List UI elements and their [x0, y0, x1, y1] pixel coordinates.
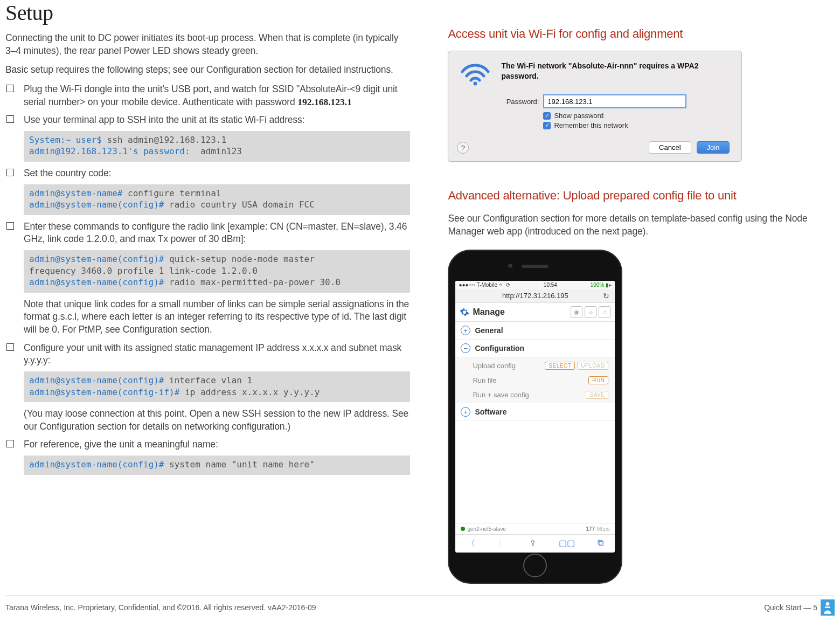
select-button[interactable]: SELECT	[545, 362, 575, 370]
section-advanced-upload: Advanced alternative: Upload prepared co…	[448, 189, 829, 203]
home-icon[interactable]: ⌂	[599, 306, 610, 318]
time-label: 10:54	[544, 282, 557, 288]
code-interface: admin@system-name(config)# interface vla…	[24, 371, 410, 402]
code-country: admin@system-name# configure terminal ad…	[24, 184, 410, 215]
step-4-text: Enter these commands to configure the ra…	[24, 220, 410, 246]
remember-network-checkbox[interactable]: ✓	[543, 122, 551, 129]
url-text: http://172.31.216.195	[502, 292, 568, 300]
wifi-dialog-message: The Wi-Fi network "Absolute-Air-nnn" req…	[501, 61, 730, 81]
expand-icon: +	[461, 407, 470, 417]
phone-status-bar: ●●●○○ T-Mobile ᯤ ⟳ 10:54 100% ▮▸	[455, 281, 615, 289]
step-2-text: Use your terminal app to SSH into the un…	[24, 114, 410, 127]
run-save-row: Run + save config SAVE	[455, 388, 615, 402]
battery-icon: ▮▸	[606, 282, 612, 288]
person-icon	[821, 599, 835, 616]
signal-strength-icon[interactable]: ⟐	[585, 306, 596, 318]
password-label: Password:	[501, 98, 543, 106]
show-password-checkbox[interactable]: ✓	[543, 112, 551, 120]
footer-copyright: Tarana Wireless, Inc. Proprietary, Confi…	[5, 603, 316, 612]
step-5-note: (You may loose connection at this point.…	[24, 408, 410, 433]
collapse-icon: −	[461, 343, 470, 353]
tabs-icon[interactable]: ⧉	[598, 538, 603, 549]
svg-point-1	[826, 602, 830, 606]
bookmarks-icon[interactable]: ▢▢	[559, 538, 575, 549]
section-wifi-access: Access unit via Wi-Fi for config and ali…	[448, 27, 829, 41]
carrier-label: T-Mobile	[477, 282, 497, 288]
throughput-value: 177	[586, 526, 595, 532]
section-configuration[interactable]: − Configuration	[455, 340, 615, 357]
manage-title: Manage	[473, 307, 505, 317]
save-button[interactable]: SAVE	[586, 391, 608, 399]
code-systemname: admin@system-name(config)# system name "…	[24, 456, 410, 475]
throughput-unit: Mbps	[595, 526, 609, 532]
forward-icon[interactable]: 〉	[498, 538, 506, 549]
advanced-paragraph: See our Configuration section for more d…	[448, 212, 829, 238]
wifi-icon	[460, 61, 490, 87]
share-icon[interactable]: ⇪	[529, 538, 536, 549]
signal-icon: ●●●○○	[459, 282, 475, 288]
node-status-footer: gen2-net5-slave 177 Mbps	[455, 523, 615, 534]
expand-icon: +	[461, 326, 470, 335]
upload-config-row: Upload config SELECT UPLOAD	[455, 358, 615, 373]
wifi-join-dialog: The Wi-Fi network "Absolute-Air-nnn" req…	[448, 51, 742, 162]
upload-button[interactable]: UPLOAD	[577, 362, 608, 370]
intro-paragraph-2: Basic setup requires the following steps…	[5, 64, 410, 77]
step-4-note: Note that unique link codes for a small …	[24, 298, 410, 336]
step-1-text: Plug the Wi-Fi dongle into the unit's US…	[24, 83, 410, 108]
status-dot-icon	[461, 527, 465, 531]
gear-icon	[460, 307, 469, 317]
code-quicksetup: admin@system-name(config)# quick-setup n…	[24, 250, 410, 293]
back-icon[interactable]: 〈	[467, 538, 475, 549]
svg-point-0	[474, 82, 477, 86]
wifi-status-icon: ᯤ	[499, 282, 504, 288]
battery-label: 100%	[591, 282, 605, 288]
browser-url-bar[interactable]: http://172.31.216.195 ↻	[455, 289, 615, 303]
remember-network-label: Remember this network	[554, 121, 628, 129]
step-6-text: For reference, give the unit a meaningfu…	[24, 438, 410, 451]
run-file-row: Run file RUN	[455, 373, 615, 388]
browser-toolbar: 〈 〉 ⇪ ▢▢ ⧉	[455, 534, 615, 553]
reload-icon[interactable]: ↻	[603, 292, 609, 300]
code-ssh: System:~ user$ ssh admin@192.168.123.1 a…	[24, 131, 410, 162]
cancel-button[interactable]: Cancel	[649, 141, 691, 154]
section-software[interactable]: + Software	[455, 403, 615, 421]
footer-page-label: Quick Start — 5	[764, 603, 817, 612]
show-password-label: Show password	[554, 112, 603, 120]
loading-icon: ⟳	[506, 282, 510, 288]
page-title: Setup	[5, 0, 410, 25]
password-input[interactable]	[543, 94, 686, 108]
intro-paragraph-1: Connecting the unit to DC power initiate…	[5, 32, 410, 57]
default-ip: 192.168.123.1	[297, 96, 352, 107]
step-3-text: Set the country code:	[24, 167, 410, 180]
phone-mockup: ●●●○○ T-Mobile ᯤ ⟳ 10:54 100% ▮▸ http://…	[448, 250, 622, 584]
run-button[interactable]: RUN	[588, 376, 608, 384]
node-name: gen2-net5-slave	[467, 526, 506, 532]
step-5-text: Configure your unit with its assigned st…	[24, 342, 410, 367]
join-button[interactable]: Join	[697, 141, 730, 154]
svg-rect-2	[825, 607, 830, 609]
rss-icon[interactable]: ◉	[571, 306, 582, 318]
home-button[interactable]	[523, 554, 547, 577]
section-general[interactable]: + General	[455, 322, 615, 340]
